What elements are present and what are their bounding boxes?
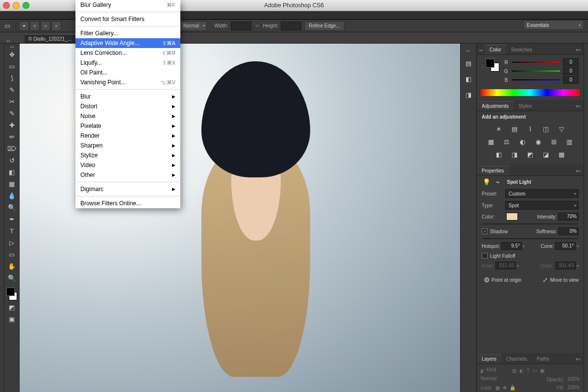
- r-value[interactable]: 0: [563, 58, 579, 66]
- tab-paths[interactable]: Paths: [532, 354, 554, 364]
- point-origin-icon[interactable]: ❂: [482, 275, 491, 284]
- brightness-icon[interactable]: ☀: [494, 124, 504, 133]
- height-input[interactable]: [281, 22, 301, 30]
- menu-item[interactable]: Video▶: [75, 160, 180, 170]
- intensity-slider[interactable]: [483, 223, 578, 224]
- move-view-icon[interactable]: ⤢: [540, 275, 550, 284]
- eyedropper-tool[interactable]: ✎: [5, 107, 18, 119]
- quick-mask-tool[interactable]: ◩: [5, 301, 18, 313]
- color-swatch[interactable]: [506, 213, 518, 220]
- lock-position-icon[interactable]: ✥: [503, 385, 507, 391]
- panel-menu-icon[interactable]: ▾≡: [573, 102, 584, 111]
- tab-layers[interactable]: Layers: [477, 354, 501, 364]
- hue-icon[interactable]: ▦: [486, 137, 496, 146]
- color-spectrum[interactable]: [481, 89, 580, 96]
- gradient-map-icon[interactable]: ◪: [541, 150, 551, 159]
- healing-brush-tool[interactable]: ✚: [5, 119, 18, 131]
- point-origin-button[interactable]: Point at origin: [491, 277, 521, 283]
- move-tool[interactable]: ✥: [5, 49, 18, 60]
- menu-item[interactable]: Blur▶: [75, 92, 180, 101]
- menu-item[interactable]: Convert for Smart Filters: [75, 14, 180, 24]
- pen-tool[interactable]: ✒: [5, 213, 18, 225]
- levels-icon[interactable]: ▤: [510, 124, 519, 133]
- filter-shape-icon[interactable]: ▭: [533, 368, 537, 373]
- panel-menu-icon[interactable]: ▾≡: [573, 355, 584, 364]
- b-value[interactable]: 0: [563, 76, 579, 84]
- menu-item[interactable]: Distort▶: [75, 101, 180, 111]
- menu-item[interactable]: Digimarc▶: [75, 184, 180, 194]
- menu-item[interactable]: Oil Paint...: [75, 68, 180, 77]
- type-select[interactable]: Spot: [505, 201, 579, 210]
- menu-item[interactable]: Other▶: [75, 170, 180, 180]
- r-slider[interactable]: [512, 60, 560, 65]
- filter-smart-icon[interactable]: ▣: [540, 368, 544, 373]
- bw-icon[interactable]: ◐: [517, 137, 527, 146]
- expand-arrow-icon[interactable]: ▸▸: [466, 49, 470, 53]
- collapse-arrow-icon[interactable]: ◂◂: [6, 39, 10, 43]
- selection-add-icon[interactable]: ▫: [30, 21, 40, 31]
- type-tool[interactable]: T: [5, 225, 18, 237]
- screen-mode-tool[interactable]: ▣: [5, 313, 18, 325]
- dodge-tool[interactable]: 🔍: [5, 201, 18, 213]
- eraser-tool[interactable]: ◧: [5, 166, 18, 178]
- posterize-icon[interactable]: ◨: [510, 150, 519, 159]
- g-slider[interactable]: [512, 69, 560, 74]
- lookup-icon[interactable]: ▥: [564, 137, 574, 146]
- tab-styles[interactable]: Styles: [514, 101, 537, 111]
- menu-item[interactable]: Lens Correction...⇧⌘R: [75, 48, 180, 58]
- invert-icon[interactable]: ◧: [494, 150, 504, 159]
- tab-swatches[interactable]: Swatches: [506, 45, 537, 54]
- menu-item[interactable]: Filter Gallery...: [75, 28, 180, 38]
- character-panel-icon[interactable]: ◧: [463, 74, 474, 84]
- hotspot-value[interactable]: 9.5°: [501, 242, 522, 250]
- lock-pixels-icon[interactable]: ▦: [495, 385, 500, 391]
- tab-channels[interactable]: Channels: [501, 354, 532, 364]
- foreground-background-swatch[interactable]: [5, 287, 18, 301]
- panel-menu-icon[interactable]: ▾≡: [573, 167, 584, 175]
- filter-type-icon[interactable]: T: [527, 368, 530, 373]
- channel-mixer-icon[interactable]: ⊞: [549, 137, 559, 146]
- history-panel-icon[interactable]: ▤: [463, 58, 474, 69]
- menu-item[interactable]: Stylize▶: [75, 150, 180, 160]
- clone-stamp-tool[interactable]: ⌦: [5, 143, 18, 154]
- refine-edge-button[interactable]: Refine Edge...: [304, 21, 344, 31]
- blur-tool[interactable]: 💧: [5, 190, 18, 201]
- menu-item[interactable]: Render▶: [75, 131, 180, 141]
- b-slider[interactable]: [512, 77, 560, 82]
- intensity-value[interactable]: 70%: [558, 213, 579, 220]
- menu-item[interactable]: Sharpen▶: [75, 141, 180, 150]
- threshold-icon[interactable]: ◩: [525, 150, 535, 159]
- menu-item[interactable]: Adaptive Wide Angle...⇧⌘A: [75, 38, 180, 48]
- panel-grab-icon[interactable]: ◂◂: [5, 45, 18, 49]
- marquee-tool[interactable]: ▭: [5, 60, 18, 72]
- crop-tool[interactable]: ✂: [5, 96, 18, 107]
- swap-wh-icon[interactable]: ⇄: [255, 23, 259, 28]
- selection-intersect-icon[interactable]: ▫: [51, 21, 61, 31]
- lasso-tool[interactable]: ⟆: [5, 72, 18, 84]
- path-select-tool[interactable]: ▷: [5, 237, 18, 248]
- softness-value[interactable]: 0%: [558, 227, 579, 235]
- style-select[interactable]: Normal: [180, 21, 207, 31]
- photo-filter-icon[interactable]: ◉: [533, 137, 543, 146]
- shape-tool[interactable]: ▭: [5, 248, 18, 260]
- selective-color-icon[interactable]: ▩: [557, 150, 566, 159]
- collapse-panels-icon[interactable]: ◂◂: [477, 46, 485, 54]
- width-input[interactable]: [231, 22, 251, 30]
- brush-tool[interactable]: ✏: [5, 131, 18, 143]
- menu-item[interactable]: Browse Filters Online...: [75, 198, 180, 208]
- vibrance-icon[interactable]: ▽: [557, 124, 566, 133]
- color-fgbg-swatch[interactable]: [486, 59, 499, 72]
- curves-icon[interactable]: ⌇: [525, 124, 535, 133]
- balance-icon[interactable]: ⚖: [502, 137, 512, 146]
- filter-kind-select[interactable]: Kind: [487, 367, 509, 374]
- lock-all-icon[interactable]: 🔒: [510, 385, 515, 391]
- filter-adjust-icon[interactable]: ◐: [519, 368, 524, 373]
- foreground-color[interactable]: [6, 288, 15, 296]
- tab-properties[interactable]: Properties: [477, 166, 509, 175]
- hand-tool[interactable]: ✋: [5, 260, 18, 272]
- document-tab[interactable]: © Diallo_120221_...×: [24, 34, 81, 43]
- selection-new-icon[interactable]: ▪: [19, 21, 29, 31]
- filter-pixel-icon[interactable]: ▧: [512, 368, 516, 373]
- paragraph-panel-icon[interactable]: ◨: [463, 89, 474, 100]
- blend-mode-select[interactable]: Normal: [481, 376, 515, 383]
